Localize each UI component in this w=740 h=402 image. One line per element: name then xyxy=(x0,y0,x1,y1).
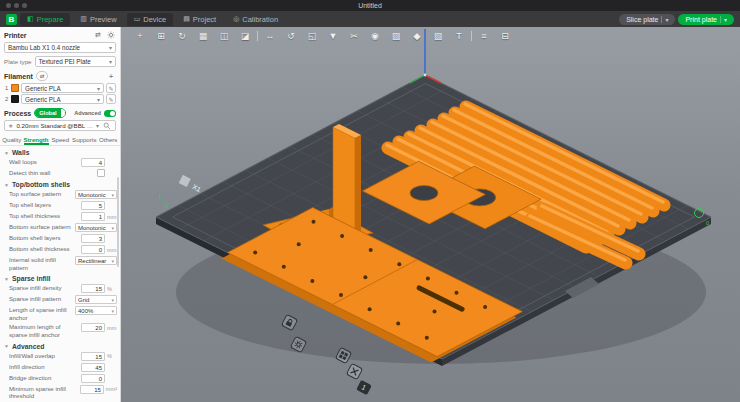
param-value-input[interactable]: 15 xyxy=(80,385,104,394)
param-value-input[interactable]: 0 xyxy=(81,245,105,254)
filament-color-swatch[interactable] xyxy=(11,84,19,92)
window-maximize-button[interactable] xyxy=(22,3,27,8)
tab-label: Preview xyxy=(90,15,117,24)
add-filament-button[interactable]: + xyxy=(106,71,116,81)
group-title: Walls xyxy=(12,149,30,156)
viewport-3d[interactable]: + ⊞ ↻ ▦ ◫ ◪ ↔ ↺ ◱ ▼ ✂ ◉ ▨ ◆ ▧ T ≡ ⊟ xyxy=(121,27,740,402)
settings-group-sparse-infill[interactable]: ▼Sparse infill xyxy=(0,272,120,283)
process-preset-select[interactable]: ★ 0.20mm Standard @BBL X1 ▾ xyxy=(4,120,116,131)
settings-sidebar: Printer ⇄ Bambu Lab X1 0.4 nozzle ▾ Plat… xyxy=(0,27,121,402)
settings-scrollbar[interactable] xyxy=(117,177,119,267)
filament-color-swatch[interactable] xyxy=(11,95,19,103)
tab-strength[interactable]: Strength xyxy=(24,134,49,145)
text-shape-icon[interactable]: T xyxy=(450,29,468,42)
segment-global[interactable]: Global xyxy=(35,109,60,117)
param-value-input[interactable]: 15 xyxy=(81,352,105,361)
param-label: Bridge direction xyxy=(9,374,79,382)
split-parts-icon[interactable]: ◪ xyxy=(236,29,254,42)
param-label: Maximum length of sparse infill anchor xyxy=(9,323,79,338)
plate-mark-left-bottom: 0 xyxy=(165,203,168,209)
param-select[interactable]: Rectilinear xyxy=(75,256,117,265)
chevron-down-icon: ▾ xyxy=(109,44,112,51)
print-plate-button[interactable]: Print plate ▾ xyxy=(678,14,734,25)
support-painting-icon[interactable]: ▨ xyxy=(387,29,405,42)
tab-device[interactable]: ▭ Device xyxy=(127,13,174,26)
settings-group-walls[interactable]: ▼Walls xyxy=(0,146,120,157)
auto-orient-icon[interactable]: ↻ xyxy=(173,29,191,42)
group-title: Advanced xyxy=(12,343,44,350)
arrange-icon[interactable]: ▦ xyxy=(194,29,212,42)
tab-others[interactable]: Others xyxy=(96,134,120,145)
color-painting-icon[interactable]: ▧ xyxy=(429,29,447,42)
split-objects-icon[interactable]: ◫ xyxy=(215,29,233,42)
variable-layer-height-icon[interactable]: ≡ xyxy=(475,29,493,42)
add-plate-icon[interactable]: ⊞ xyxy=(152,29,170,42)
param-value-input[interactable]: 45 xyxy=(81,363,105,372)
param-select[interactable]: 400% xyxy=(75,306,117,315)
window-minimize-button[interactable] xyxy=(14,3,19,8)
print-dropdown-icon[interactable]: ▾ xyxy=(720,16,727,23)
flushing-volumes-button[interactable]: ⇄ xyxy=(36,71,49,81)
tab-speed[interactable]: Speed xyxy=(49,134,73,145)
printer-sync-icon[interactable]: ⇄ xyxy=(93,30,103,40)
rotate-icon[interactable]: ↺ xyxy=(282,29,300,42)
assembly-view-icon[interactable]: ⊟ xyxy=(496,29,514,42)
cut-icon[interactable]: ✂ xyxy=(345,29,363,42)
process-scope-segmented[interactable]: Global Objects xyxy=(34,108,66,118)
tab-quality[interactable]: Quality xyxy=(0,134,24,145)
window-controls[interactable] xyxy=(6,3,27,8)
plate-mark-right: 0 xyxy=(706,220,709,226)
move-icon[interactable]: ↔ xyxy=(261,29,279,42)
plate-type-select[interactable]: Textured PEI Plate ▾ xyxy=(35,56,116,67)
tab-calibration[interactable]: ◎ Calibration xyxy=(226,13,285,26)
tab-prepare[interactable]: ◧ Prepare xyxy=(20,13,70,26)
scale-icon[interactable]: ◱ xyxy=(303,29,321,42)
printer-select[interactable]: Bambu Lab X1 0.4 nozzle ▾ xyxy=(4,42,116,53)
param-row: Bottom surface patternMonotonic xyxy=(0,222,120,233)
param-select[interactable]: Grid xyxy=(75,295,117,304)
filament-select[interactable]: Generic PLA ▾ xyxy=(21,83,104,93)
param-label: Bottom shell thickness xyxy=(9,245,79,253)
filament-index: 2 xyxy=(4,96,9,102)
param-label: Top shell layers xyxy=(9,201,79,209)
process-section-header: Process Global Objects Advanced xyxy=(0,105,120,119)
param-value-input[interactable]: 3 xyxy=(81,234,105,243)
chevron-down-icon: ▾ xyxy=(97,96,100,103)
filament-select[interactable]: Generic PLA ▾ xyxy=(21,94,104,104)
settings-group-top-bottom-shells[interactable]: ▼Top/bottom shells xyxy=(0,178,120,189)
param-value-input[interactable]: 0 xyxy=(81,374,105,383)
seam-painting-icon[interactable]: ◆ xyxy=(408,29,426,42)
place-on-face-icon[interactable]: ▼ xyxy=(324,29,342,42)
filament-edit-icon[interactable]: ✎ xyxy=(106,94,116,104)
scene-canvas[interactable]: X1 L 0 0 xyxy=(121,27,740,402)
window-close-button[interactable] xyxy=(6,3,11,8)
add-icon[interactable]: + xyxy=(131,29,149,42)
param-checkbox[interactable] xyxy=(97,169,105,177)
param-select[interactable]: Monotonic xyxy=(75,223,117,232)
mesh-boolean-icon[interactable]: ◉ xyxy=(366,29,384,42)
search-preset-icon[interactable] xyxy=(102,121,112,131)
process-param-tabs: Quality Strength Speed Supports Others xyxy=(0,134,120,146)
tab-project[interactable]: ▤ Project xyxy=(176,13,223,26)
param-select[interactable]: Monotonic xyxy=(75,190,117,199)
param-list: ▼Walls Wall loops4 Detect thin wall ▼Top… xyxy=(0,146,120,402)
advanced-toggle[interactable] xyxy=(104,110,116,117)
printer-settings-icon[interactable] xyxy=(106,30,116,40)
param-value-input[interactable]: 4 xyxy=(81,158,105,167)
param-unit: mm xyxy=(107,247,117,253)
tab-preview[interactable]: ▥ Preview xyxy=(73,13,123,26)
param-row: Sparse infill patternGrid xyxy=(0,294,120,305)
param-value-input[interactable]: 20 xyxy=(81,323,105,332)
slice-plate-button[interactable]: Slice plate ▾ xyxy=(619,14,675,25)
filament-edit-icon[interactable]: ✎ xyxy=(106,83,116,93)
tab-supports[interactable]: Supports xyxy=(72,134,96,145)
plate-brand-text: X1 xyxy=(191,183,202,193)
param-value-input[interactable]: 5 xyxy=(81,201,105,210)
app-logo[interactable]: B xyxy=(6,14,17,25)
slice-plate-label: Slice plate xyxy=(626,16,658,23)
param-value-input[interactable]: 1 xyxy=(81,212,105,221)
param-value-input[interactable]: 15 xyxy=(81,284,105,293)
slice-dropdown-icon[interactable]: ▾ xyxy=(661,16,668,23)
settings-group-advanced[interactable]: ▼Advanced xyxy=(0,340,120,351)
segment-objects[interactable]: Objects xyxy=(61,109,67,117)
